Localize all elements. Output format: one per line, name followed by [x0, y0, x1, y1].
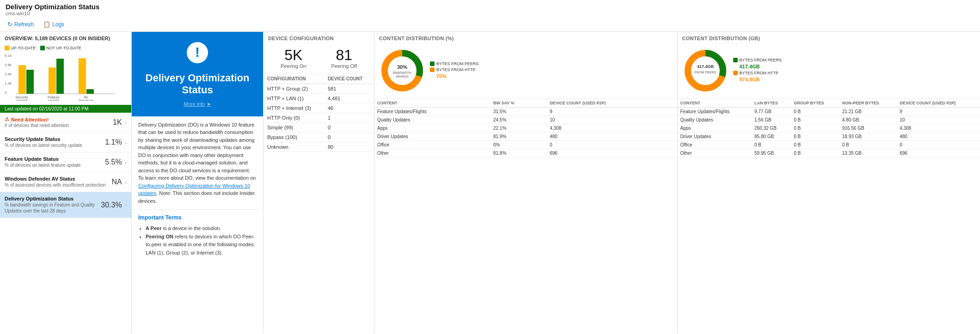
app-container: Delivery Optimization Status cms-win10 ↻…: [0, 0, 980, 334]
table-row: Apps260.32 GB0 B916.56 GB4,308: [678, 124, 980, 133]
term-peer: A Peer is a device in the solution.: [146, 225, 257, 233]
svg-text:3.8k: 3.8k: [5, 63, 12, 67]
content-dist-gb-header: CONTENT DISTRIBUTION (GB): [678, 32, 980, 43]
arrow-right-icon: ➤: [207, 101, 211, 107]
legend-not-up-dot: [40, 46, 45, 50]
peers-legend-label: BYTES FROM PEERS: [436, 61, 479, 66]
peering-off-stat: 81 Peering Off: [319, 48, 370, 69]
svg-text:5.1k: 5.1k: [5, 54, 12, 58]
chart-legend: UP-TO-DATE NOT UP-TO-DATE: [5, 46, 127, 50]
donut-gb-legend: BYTES FROM PEERS 417.4GB BYTES FROM HTTP…: [733, 58, 782, 84]
table-row: HTTP + Internet (3)46: [263, 103, 374, 113]
svg-text:FROM PEERS: FROM PEERS: [694, 71, 716, 74]
chevron-icon-4: ›: [125, 201, 127, 208]
table-row: Office0%0: [374, 141, 677, 149]
chevron-icon-1: ›: [125, 139, 127, 146]
logs-button[interactable]: 📋 Logs: [41, 20, 66, 29]
header: Delivery Optimization Status cms-win10 ↻…: [0, 0, 980, 32]
refresh-button[interactable]: ↻ Refresh: [6, 20, 36, 29]
page-subtitle: cms-win10: [6, 11, 974, 16]
device-config-panel: DEVICE CONFIGURATION 5K Peering On 81 Pe…: [263, 32, 374, 334]
refresh-icon: ↻: [7, 21, 12, 28]
toolbar: ↻ Refresh 📋 Logs: [6, 18, 974, 30]
dist-pct-table-body: Feature Updates/Flights31.5%9Quality Upd…: [374, 108, 677, 158]
http-legend-label: BYTES FROM HTTP: [436, 67, 476, 72]
http-legend-dot: [430, 67, 435, 72]
peers-legend-dot: [430, 61, 435, 66]
table-row: Office0 B0 B0 B0: [678, 141, 980, 149]
left-panel: OVERVIEW: 5,189 DEVICES (0 ON INSIDER) U…: [0, 32, 132, 334]
do-status-link[interactable]: More info ➤: [139, 101, 256, 107]
dist-pct-device-col: DEVICE COUNT (USED P2P): [547, 99, 677, 108]
bar-feature-up: [49, 67, 56, 94]
do-status-card: ! Delivery Optimization Status More info…: [132, 32, 263, 116]
dist-pct-table: CONTENT BW SAV % DEVICE COUNT (USED P2P)…: [374, 99, 677, 158]
bar-chart-container: UP-TO-DATE NOT UP-TO-DATE 5.1k 3.8k 2.6k…: [0, 43, 131, 105]
svg-text:Update: Update: [48, 98, 59, 101]
nav-item-do-status[interactable]: Delivery Optimization Status % bandwidth…: [0, 192, 131, 218]
device-count-col-header: DEVICE COUNT: [324, 74, 374, 84]
svg-text:417.4GB: 417.4GB: [697, 64, 714, 69]
donut-pct-container: 30% BANDWIDTH SAVINGS BYTES FROM PEERS B…: [374, 43, 677, 99]
table-row: Bypass (100)0: [263, 133, 374, 142]
dist-pct-bw-col: BW SAV %: [490, 99, 547, 108]
peering-on-label: Peering On: [268, 63, 319, 69]
do-status-title: Delivery Optimization Status: [139, 72, 256, 97]
table-row: HTTP + LAN (1)4,481: [263, 94, 374, 103]
nav-item-need-attention[interactable]: ⚠ Need Attention! # of devices that need…: [0, 113, 131, 133]
page-title: Delivery Optimization Status: [6, 3, 974, 11]
dist-gb-group-col: GROUP BYTES: [791, 99, 839, 108]
svg-text:2.6k: 2.6k: [5, 72, 12, 76]
gb-peers-value: 417.4GB: [740, 64, 760, 69]
table-row: Feature Updates/Flights9.77 GB0 B21.21 G…: [678, 108, 980, 116]
donut-pct-legend: BYTES FROM PEERS BYTES FROM HTTP 70%: [430, 61, 479, 80]
svg-text:0: 0: [5, 91, 7, 95]
table-row: HTTP + Group (2)581: [263, 84, 374, 94]
dist-gb-lan-col: LAN BYTES: [752, 99, 791, 108]
peering-stats: 5K Peering On 81 Peering Off: [263, 43, 374, 74]
svg-text:!: !: [195, 44, 200, 60]
device-config-header: DEVICE CONFIGURATION: [263, 32, 374, 43]
table-row: Unknown80: [263, 142, 374, 152]
svg-text:BANDWIDTH: BANDWIDTH: [393, 71, 411, 74]
config-table: CONFIGURATION DEVICE COUNT HTTP + Group …: [263, 74, 374, 152]
center-panel: ! Delivery Optimization Status More info…: [132, 32, 263, 334]
overview-header: OVERVIEW: 5,189 DEVICES (0 ON INSIDER): [0, 32, 131, 43]
do-info-text: Delivery Optimization (DO) is a Windows …: [132, 116, 263, 210]
dist-gb-nonpeer-col: NON-PEER BYTES: [839, 99, 897, 108]
legend-up-label: UP-TO-DATE: [11, 46, 36, 50]
important-terms-title: Important Terms: [138, 214, 257, 221]
table-row: Quality Updates24.5%10: [374, 116, 677, 124]
chevron-icon-2: ›: [125, 159, 127, 166]
dist-pct-content-col: CONTENT: [374, 99, 490, 108]
chevron-icon-0: ›: [125, 119, 127, 126]
nav-item-security-update[interactable]: Security Update Status % of devices on l…: [0, 133, 131, 152]
svg-text:Signature: Signature: [79, 98, 93, 101]
chevron-icon-3: ›: [125, 179, 127, 186]
legend-not-up-label: NOT UP-TO-DATE: [46, 46, 81, 50]
legend-up-to-date: UP-TO-DATE: [5, 46, 36, 50]
peering-off-label: Peering Off: [319, 63, 370, 69]
config-col-header: CONFIGURATION: [263, 74, 324, 84]
bar-feature-not-up: [56, 59, 64, 94]
svg-text:Update: Update: [16, 98, 27, 101]
content-dist-pct-header: CONTENT DISTRIBUTION (%): [374, 32, 677, 43]
gb-peers-legend-label: BYTES FROM PEERS: [740, 58, 782, 62]
bar-av-up: [79, 58, 86, 94]
content-dist-gb-panel: CONTENT DISTRIBUTION (GB) 417.4GB FROM P…: [678, 32, 980, 334]
warning-icon: ⚠: [5, 116, 9, 122]
bar-security-up: [18, 65, 26, 94]
logs-icon: 📋: [43, 21, 50, 28]
peering-on-stat: 5K Peering On: [268, 48, 319, 69]
bar-av-not-up: [86, 89, 94, 94]
nav-item-feature-update[interactable]: Feature Update Status % of devices on la…: [0, 152, 131, 172]
bar-security-not-up: [26, 70, 34, 94]
legend-not-up-to-date: NOT UP-TO-DATE: [40, 46, 81, 50]
legend-up-dot: [5, 46, 9, 50]
table-row: HTTP Only (0)1: [263, 113, 374, 123]
donut-gb-container: 417.4GB FROM PEERS BYTES FROM PEERS 417.…: [678, 43, 980, 99]
nav-item-av-status[interactable]: Windows Defender AV Status % of assessed…: [0, 172, 131, 192]
dist-gb-table: CONTENT LAN BYTES GROUP BYTES NON-PEER B…: [678, 99, 980, 158]
dist-gb-table-body: Feature Updates/Flights9.77 GB0 B21.21 G…: [678, 108, 980, 158]
table-row: Feature Updates/Flights31.5%9: [374, 108, 677, 116]
